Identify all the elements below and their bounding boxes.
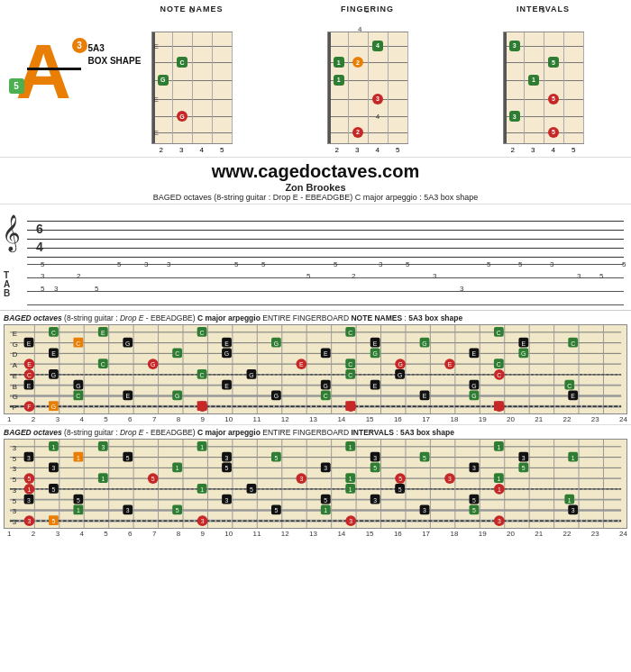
svg-text:G: G bbox=[249, 372, 253, 378]
svg-text:5: 5 bbox=[13, 476, 17, 484]
svg-text:5: 5 bbox=[225, 465, 229, 471]
svg-text:G: G bbox=[224, 350, 229, 357]
svg-text:C: C bbox=[51, 330, 56, 336]
svg-text:E: E bbox=[125, 393, 130, 399]
svg-text:3: 3 bbox=[572, 507, 575, 513]
svg-text:5: 5 bbox=[28, 476, 32, 482]
svg-text:C: C bbox=[175, 350, 179, 357]
svg-text:5: 5 bbox=[13, 497, 17, 505]
svg-text:C: C bbox=[567, 383, 572, 389]
svg-text:3: 3 bbox=[52, 465, 56, 471]
website-section: www.cagedoctaves.com Zon Brookes BAGED o… bbox=[0, 158, 631, 204]
svg-text:G: G bbox=[521, 350, 526, 357]
svg-text:5: 5 bbox=[423, 455, 426, 461]
intervals-diagram: INTERVALS 5 bbox=[503, 5, 584, 154]
svg-text:1: 1 bbox=[568, 497, 572, 504]
svg-text:5: 5 bbox=[398, 476, 402, 482]
svg-text:C: C bbox=[348, 372, 352, 378]
author-name: Zon Brookes bbox=[0, 182, 631, 193]
svg-text:5: 5 bbox=[250, 486, 253, 493]
badge-5: 5 bbox=[9, 78, 24, 94]
svg-text:1: 1 bbox=[200, 444, 204, 450]
svg-text:3: 3 bbox=[349, 518, 352, 524]
svg-text:C: C bbox=[497, 330, 501, 336]
subtitle: BAGED octaves (8-string guitar : Drop E … bbox=[0, 193, 631, 202]
svg-text:3: 3 bbox=[201, 518, 205, 524]
fingerboard-intervals-section: BAGED octaves (8-string guitar : Drop E … bbox=[0, 425, 631, 539]
svg-text:E: E bbox=[13, 372, 17, 380]
shape-label: 5A3 BOX SHAPE bbox=[88, 42, 142, 68]
svg-text:G: G bbox=[274, 341, 279, 347]
svg-text:3: 3 bbox=[324, 465, 327, 471]
svg-text:G: G bbox=[398, 361, 402, 368]
svg-text:5: 5 bbox=[324, 497, 327, 504]
svg-text:F: F bbox=[13, 404, 17, 412]
svg-text:G: G bbox=[175, 393, 179, 399]
svg-text:5: 5 bbox=[151, 476, 155, 482]
svg-text:C: C bbox=[27, 372, 32, 378]
logo-area: A 3 5 5A3 BOX SHAPE bbox=[0, 0, 104, 157]
svg-text:E: E bbox=[324, 350, 328, 357]
svg-text:3: 3 bbox=[13, 507, 17, 515]
svg-text:1: 1 bbox=[77, 507, 80, 513]
svg-text:5: 5 bbox=[126, 455, 130, 461]
svg-text:C: C bbox=[200, 372, 205, 378]
svg-text:G: G bbox=[471, 393, 476, 399]
svg-text:G: G bbox=[372, 350, 377, 357]
svg-text:E: E bbox=[13, 330, 17, 338]
svg-text:C: C bbox=[324, 393, 328, 399]
svg-text:3: 3 bbox=[13, 444, 17, 452]
svg-text:5: 5 bbox=[176, 507, 179, 513]
svg-text:1: 1 bbox=[349, 486, 352, 493]
svg-text:F: F bbox=[27, 404, 31, 410]
svg-text:3: 3 bbox=[423, 507, 426, 513]
svg-text:1: 1 bbox=[349, 444, 352, 450]
svg-text:G: G bbox=[51, 404, 56, 410]
svg-text:G: G bbox=[125, 341, 130, 347]
svg-point-157 bbox=[494, 401, 505, 412]
svg-text:3: 3 bbox=[27, 497, 31, 504]
fingerboard-note-names-section: BAGED octaves (8-string guitar : Drop E … bbox=[0, 311, 631, 425]
svg-text:E: E bbox=[522, 341, 526, 347]
svg-point-153 bbox=[197, 401, 208, 412]
svg-text:E: E bbox=[373, 383, 378, 389]
main-content: A 3 5 5A3 BOX SHAPE NOTE NAMES G bbox=[0, 0, 631, 672]
svg-text:3: 3 bbox=[13, 465, 17, 473]
svg-text:D: D bbox=[13, 350, 18, 359]
svg-text:3: 3 bbox=[13, 518, 17, 526]
svg-text:B: B bbox=[13, 383, 17, 391]
svg-text:C: C bbox=[348, 330, 352, 336]
svg-text:5: 5 bbox=[398, 486, 402, 493]
fingerboard-note-names-title: BAGED octaves (8-string guitar : Drop E … bbox=[4, 313, 627, 322]
svg-text:3: 3 bbox=[448, 476, 452, 482]
svg-text:1: 1 bbox=[497, 444, 500, 450]
svg-text:E: E bbox=[27, 361, 32, 368]
svg-text:1: 1 bbox=[77, 455, 80, 461]
svg-point-154 bbox=[345, 401, 356, 412]
svg-text:G: G bbox=[398, 372, 402, 378]
svg-text:C: C bbox=[497, 372, 501, 378]
svg-text:E: E bbox=[448, 361, 453, 368]
svg-text:1: 1 bbox=[572, 455, 575, 461]
svg-text:E: E bbox=[224, 383, 229, 389]
website-url: www.cagedoctaves.com bbox=[0, 161, 631, 182]
svg-text:A: A bbox=[13, 361, 18, 369]
svg-text:E: E bbox=[224, 341, 229, 347]
svg-text:3: 3 bbox=[522, 455, 526, 461]
svg-text:G: G bbox=[324, 383, 328, 389]
svg-text:C: C bbox=[76, 341, 80, 347]
svg-text:1: 1 bbox=[52, 444, 56, 450]
svg-text:E: E bbox=[423, 393, 427, 399]
svg-text:C: C bbox=[76, 393, 80, 399]
svg-text:E: E bbox=[101, 330, 105, 336]
svg-text:5: 5 bbox=[77, 497, 80, 504]
svg-text:5: 5 bbox=[472, 507, 476, 513]
svg-text:3: 3 bbox=[373, 455, 377, 461]
svg-text:3: 3 bbox=[13, 486, 17, 495]
badge-3: 3 bbox=[72, 38, 87, 53]
svg-text:C: C bbox=[348, 361, 352, 368]
svg-text:1: 1 bbox=[324, 507, 327, 513]
svg-text:3: 3 bbox=[126, 507, 130, 513]
svg-text:3: 3 bbox=[373, 497, 377, 504]
svg-text:1: 1 bbox=[200, 486, 204, 493]
